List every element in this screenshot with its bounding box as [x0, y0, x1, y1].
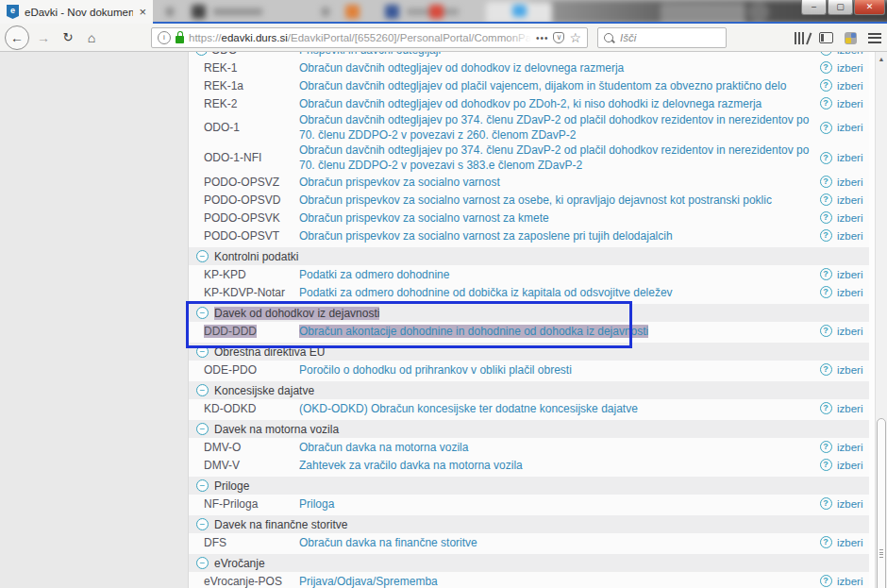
- pocket-icon[interactable]: ∨: [553, 32, 564, 43]
- collapse-icon[interactable]: −: [196, 307, 209, 319]
- select-link[interactable]: izberi: [837, 78, 869, 93]
- doc-row: REK-2Obračun davčnih odtegljajev od doho…: [189, 94, 869, 112]
- home-button[interactable]: ⌂: [81, 30, 102, 45]
- select-link[interactable]: izberi: [837, 458, 869, 473]
- doc-link[interactable]: Obračun davčnih odtegljajev po 374. člen…: [299, 112, 814, 143]
- collapse-icon[interactable]: −: [196, 345, 209, 358]
- url-text[interactable]: https://edavki.durs.si/EdavkiPortal/[655…: [189, 32, 531, 43]
- url-bar[interactable]: i https://edavki.durs.si/EdavkiPortal/[6…: [151, 27, 588, 48]
- reload-button[interactable]: ↻: [58, 30, 78, 44]
- doc-link[interactable]: Obračun akontacije dohodnine in dohodnin…: [299, 324, 814, 339]
- select-link[interactable]: izberi: [837, 401, 869, 416]
- doc-link[interactable]: Podatki za odmero dohodnine: [299, 267, 814, 282]
- doc-link[interactable]: Obračun davčnih odtegljajev od plačil va…: [299, 78, 814, 93]
- help-icon[interactable]: ?: [820, 211, 832, 224]
- doc-link[interactable]: Poročilo o dohodku od prihrankov v oblik…: [299, 362, 814, 378]
- doc-link[interactable]: Podatki za odmero dohodnine od dobička i…: [299, 285, 814, 300]
- doc-link[interactable]: Zahtevek za vračilo davka na motorna voz…: [299, 458, 814, 473]
- search-input[interactable]: [618, 31, 720, 44]
- select-link[interactable]: izberi: [837, 150, 869, 165]
- select-link[interactable]: izberi: [837, 324, 869, 339]
- back-button[interactable]: ←: [5, 25, 29, 50]
- help-icon[interactable]: ?: [820, 193, 832, 206]
- doc-link[interactable]: Obračun davčnih odtegljajev od dohodkov …: [299, 96, 814, 111]
- help-icon[interactable]: ?: [820, 122, 832, 134]
- help-icon[interactable]: ?: [820, 536, 832, 548]
- select-link[interactable]: izberi: [837, 535, 869, 550]
- scrollbar-thumb[interactable]: [877, 418, 886, 588]
- collapse-icon[interactable]: −: [196, 518, 209, 530]
- sidebar-icon[interactable]: [819, 32, 833, 43]
- doc-link[interactable]: Obračun davčnih odtegljajev od dohodkov …: [299, 60, 814, 76]
- help-icon[interactable]: ?: [820, 152, 832, 164]
- tab-close-icon[interactable]: ×: [139, 8, 146, 17]
- doc-link[interactable]: Obračun prispevkov za socialno varnost z…: [299, 210, 814, 226]
- page-scrollbar[interactable]: ▲: [875, 52, 887, 588]
- select-link[interactable]: izberi: [837, 285, 869, 300]
- doc-link[interactable]: Prispevki in davčni odtegljaji: [299, 52, 814, 58]
- help-icon[interactable]: ?: [820, 402, 832, 414]
- forward-button[interactable]: →: [32, 30, 55, 45]
- doc-link[interactable]: Priloga: [299, 496, 814, 512]
- collapse-icon[interactable]: −: [196, 384, 209, 396]
- select-link[interactable]: izberi: [837, 96, 869, 111]
- browser-tab[interactable]: e eDavki - Nov dokument ×: [0, 0, 153, 24]
- minimize-button[interactable]: –: [801, 0, 827, 15]
- doc-link[interactable]: Obračun davka na finančne storitve: [299, 535, 814, 550]
- search-bar[interactable]: [597, 27, 727, 48]
- select-link[interactable]: izberi: [837, 120, 869, 135]
- help-icon[interactable]: ?: [820, 79, 832, 92]
- bookmark-star-icon[interactable]: ☆: [569, 32, 581, 43]
- help-icon[interactable]: ?: [820, 176, 832, 188]
- help-icon[interactable]: ?: [820, 229, 832, 242]
- select-link[interactable]: izberi: [837, 175, 869, 190]
- select-link[interactable]: izberi: [837, 193, 869, 208]
- select-link[interactable]: izberi: [837, 574, 869, 588]
- doc-code: PODO-OPSVD: [189, 193, 299, 208]
- page-info-icon[interactable]: i: [158, 31, 171, 44]
- help-cell: ?: [814, 79, 837, 92]
- browser-window: e eDavki - Nov dokument × – ▢ ✕ ← → ↻ ⌂ …: [0, 0, 887, 588]
- collapse-icon[interactable]: −: [196, 557, 209, 569]
- help-icon[interactable]: ?: [820, 61, 832, 74]
- help-icon[interactable]: ?: [820, 52, 832, 56]
- collapse-icon[interactable]: −: [196, 423, 209, 435]
- select-link[interactable]: izberi: [837, 210, 869, 226]
- menu-button[interactable]: [868, 33, 881, 43]
- padlock-icon[interactable]: [176, 36, 184, 43]
- doc-link[interactable]: Obračun prispevkov za socialno varnost z…: [299, 228, 814, 244]
- help-icon[interactable]: ?: [820, 441, 832, 453]
- help-icon[interactable]: ?: [820, 575, 832, 587]
- doc-link[interactable]: Obračun davčnih odtegljajev po 374. člen…: [299, 143, 814, 173]
- help-icon[interactable]: ?: [820, 459, 832, 471]
- extension-icon[interactable]: [845, 32, 857, 44]
- doc-link[interactable]: Obračun prispevkov za socialno varnost: [299, 175, 814, 190]
- select-link[interactable]: izberi: [837, 496, 869, 512]
- help-icon[interactable]: ?: [820, 97, 832, 109]
- select-link[interactable]: izberi: [837, 60, 869, 76]
- doc-link[interactable]: Obračun davka na motorna vozila: [299, 440, 814, 455]
- help-icon[interactable]: ?: [820, 286, 832, 298]
- select-link[interactable]: izberi: [837, 267, 869, 282]
- help-icon[interactable]: ?: [820, 363, 832, 376]
- library-icon[interactable]: [795, 32, 808, 44]
- doc-link[interactable]: Prijava/Odjava/Sprememba: [299, 574, 814, 588]
- help-icon[interactable]: ?: [820, 497, 832, 510]
- help-icon[interactable]: ?: [820, 325, 832, 337]
- maximize-button[interactable]: ▢: [828, 0, 853, 15]
- scroll-up-button[interactable]: ▲: [876, 52, 887, 65]
- doc-link[interactable]: Obračun prispevkov za socialno varnost z…: [299, 193, 814, 208]
- doc-link[interactable]: (OKD-ODKD) Obračun koncesijske ter dodat…: [299, 401, 814, 416]
- page-actions-icon[interactable]: •••: [536, 33, 549, 43]
- close-button[interactable]: ✕: [854, 0, 885, 15]
- select-link[interactable]: izberi: [837, 228, 869, 244]
- select-link[interactable]: izberi: [837, 440, 869, 455]
- collapse-icon[interactable]: −: [196, 250, 209, 262]
- select-link[interactable]: izberi: [837, 52, 869, 58]
- doc-row: NF-PrilogaPriloga?izberi: [189, 495, 869, 512]
- help-icon[interactable]: ?: [820, 268, 832, 280]
- select-link[interactable]: izberi: [837, 362, 869, 378]
- group-row: −eVročanje: [189, 554, 869, 572]
- collapse-icon[interactable]: −: [196, 479, 209, 492]
- help-cell: ?: [814, 441, 837, 453]
